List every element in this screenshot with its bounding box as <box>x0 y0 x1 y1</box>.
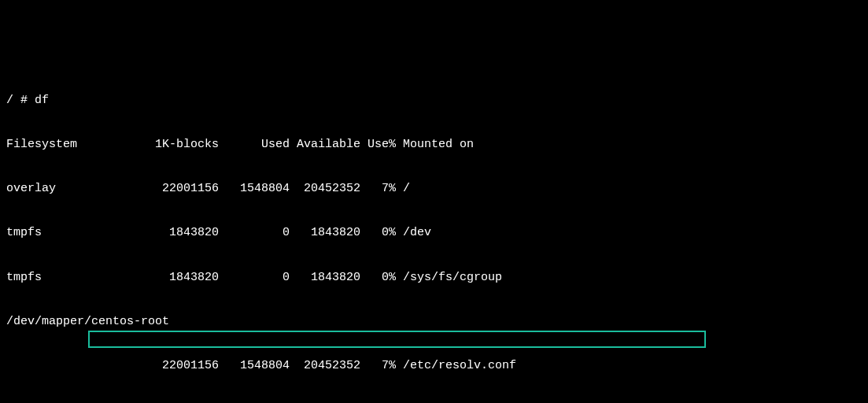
terminal-output[interactable]: / # df Filesystem 1K-blocks Used Availab… <box>6 64 862 403</box>
df-row: /dev/mapper/centos-root <box>6 315 862 330</box>
highlight-box-registry <box>88 331 706 348</box>
df-row: tmpfs 1843820 0 1843820 0% /dev <box>6 226 862 241</box>
prompt-line-df: / # df <box>6 94 862 109</box>
df-row: 22001156 1548804 20452352 7% /etc/resolv… <box>6 359 862 374</box>
df-row: overlay 22001156 1548804 20452352 7% / <box>6 182 862 197</box>
df-header: Filesystem 1K-blocks Used Available Use%… <box>6 138 862 153</box>
df-row: tmpfs 1843820 0 1843820 0% /sys/fs/cgrou… <box>6 271 862 286</box>
